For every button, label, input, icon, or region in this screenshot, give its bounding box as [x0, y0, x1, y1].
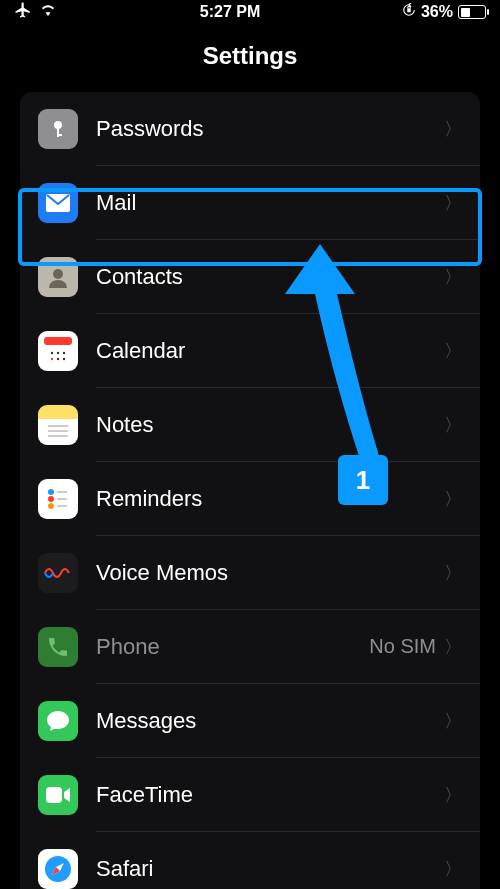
svg-point-5	[53, 269, 63, 279]
settings-list: Passwords 〉 Mail 〉 Contacts 〉 Calendar 〉	[20, 92, 480, 889]
svg-rect-7	[44, 345, 72, 365]
row-label: Passwords	[96, 116, 444, 142]
row-reminders[interactable]: Reminders 〉	[38, 462, 480, 536]
chevron-right-icon: 〉	[444, 191, 462, 215]
chevron-right-icon: 〉	[444, 561, 462, 585]
chevron-right-icon: 〉	[444, 117, 462, 141]
safari-icon	[38, 849, 78, 889]
facetime-icon	[38, 775, 78, 815]
row-label: Phone	[96, 634, 369, 660]
contacts-icon	[38, 257, 78, 297]
wifi-icon	[38, 2, 58, 22]
row-contacts[interactable]: Contacts 〉	[38, 240, 480, 314]
svg-rect-6	[44, 337, 72, 345]
row-notes[interactable]: Notes 〉	[38, 388, 480, 462]
chevron-right-icon: 〉	[444, 339, 462, 363]
status-bar: 5:27 PM 36%	[0, 0, 500, 24]
key-icon	[38, 109, 78, 149]
row-safari[interactable]: Safari 〉	[38, 832, 480, 889]
svg-point-19	[48, 503, 54, 509]
svg-point-8	[51, 352, 53, 354]
svg-rect-3	[57, 134, 62, 136]
reminders-icon	[38, 479, 78, 519]
notes-icon	[38, 405, 78, 445]
row-label: Calendar	[96, 338, 444, 364]
svg-rect-0	[407, 8, 411, 12]
row-label: Contacts	[96, 264, 444, 290]
status-time: 5:27 PM	[200, 3, 260, 21]
page-title: Settings	[0, 42, 500, 70]
row-label: Safari	[96, 856, 444, 882]
messages-icon	[38, 701, 78, 741]
chevron-right-icon: 〉	[444, 857, 462, 881]
airplane-mode-icon	[14, 1, 32, 23]
row-label: FaceTime	[96, 782, 444, 808]
chevron-right-icon: 〉	[444, 783, 462, 807]
row-calendar[interactable]: Calendar 〉	[38, 314, 480, 388]
row-label: Reminders	[96, 486, 444, 512]
phone-icon	[38, 627, 78, 667]
svg-point-11	[51, 358, 53, 360]
row-passwords[interactable]: Passwords 〉	[38, 92, 480, 166]
row-mail[interactable]: Mail 〉	[38, 166, 480, 240]
svg-rect-23	[46, 787, 62, 803]
chevron-right-icon: 〉	[444, 487, 462, 511]
row-phone[interactable]: Phone No SIM 〉	[38, 610, 480, 684]
row-voice-memos[interactable]: Voice Memos 〉	[38, 536, 480, 610]
row-detail: No SIM	[369, 635, 436, 658]
row-label: Notes	[96, 412, 444, 438]
battery-percentage: 36%	[421, 3, 453, 21]
svg-point-13	[63, 358, 65, 360]
voice-memos-icon	[38, 553, 78, 593]
row-label: Mail	[96, 190, 444, 216]
row-label: Messages	[96, 708, 444, 734]
orientation-lock-icon	[402, 3, 416, 21]
svg-point-10	[63, 352, 65, 354]
row-label: Voice Memos	[96, 560, 444, 586]
chevron-right-icon: 〉	[444, 413, 462, 437]
battery-icon	[458, 5, 486, 19]
row-facetime[interactable]: FaceTime 〉	[38, 758, 480, 832]
mail-icon	[38, 183, 78, 223]
svg-point-18	[48, 496, 54, 502]
svg-point-12	[57, 358, 59, 360]
chevron-right-icon: 〉	[444, 709, 462, 733]
svg-point-9	[57, 352, 59, 354]
row-messages[interactable]: Messages 〉	[38, 684, 480, 758]
calendar-icon	[38, 331, 78, 371]
chevron-right-icon: 〉	[444, 265, 462, 289]
chevron-right-icon: 〉	[444, 635, 462, 659]
svg-point-1	[54, 121, 62, 129]
svg-point-17	[48, 489, 54, 495]
page-header: Settings	[0, 24, 500, 92]
